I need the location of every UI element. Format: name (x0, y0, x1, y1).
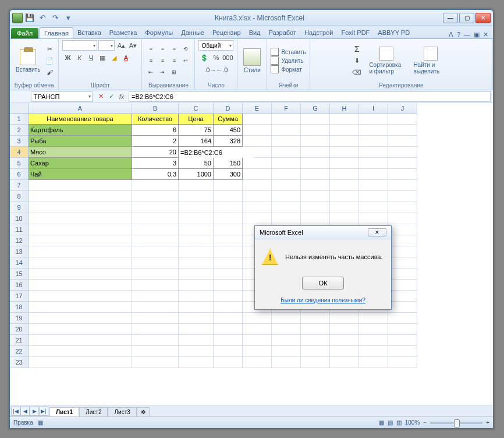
cell-C3[interactable]: 164 (179, 136, 214, 147)
view-pagebreak-icon[interactable]: ▥ (396, 419, 402, 426)
cell-G20[interactable] (301, 324, 330, 335)
cell-J7[interactable] (388, 180, 417, 191)
cell-H22[interactable] (330, 346, 359, 357)
view-layout-icon[interactable]: ▤ (388, 419, 393, 426)
cell-F21[interactable] (272, 335, 301, 346)
cell-H21[interactable] (330, 335, 359, 346)
cell-F2[interactable] (272, 125, 301, 136)
cell-A23[interactable] (29, 357, 132, 368)
cell-C21[interactable] (179, 335, 214, 346)
cell-C16[interactable] (179, 280, 214, 291)
row-header-2[interactable]: 2 (10, 125, 29, 136)
cell-E9[interactable] (243, 202, 272, 213)
zoom-slider[interactable] (430, 422, 482, 424)
autosum-icon[interactable]: Σ (352, 44, 362, 54)
cell-F3[interactable] (272, 136, 301, 147)
table-header-3[interactable]: Сумма (214, 114, 243, 125)
cell-J15[interactable] (388, 269, 417, 280)
cell-I20[interactable] (359, 324, 388, 335)
cell-F20[interactable] (272, 324, 301, 335)
row-header-20[interactable]: 20 (10, 324, 29, 335)
minimize-ribbon-icon[interactable]: ᐱ (449, 31, 453, 38)
cell-C17[interactable] (179, 291, 214, 302)
fill-color-icon[interactable]: ◢ (109, 52, 119, 63)
column-header-C[interactable]: C (179, 103, 214, 114)
cell-D5[interactable]: 150 (214, 158, 243, 169)
increase-font-icon[interactable]: A▴ (116, 40, 126, 51)
column-header-H[interactable]: H (330, 103, 359, 114)
cell-E6[interactable] (243, 169, 272, 180)
cell-C13[interactable] (179, 246, 214, 257)
copy-icon[interactable]: 📄 (44, 55, 55, 66)
column-header-E[interactable]: E (243, 103, 272, 114)
cell-A3[interactable]: Рыба (29, 136, 132, 147)
decrease-indent-icon[interactable]: ⇤ (145, 67, 156, 77)
align-middle-icon[interactable]: ≡ (157, 44, 168, 54)
cell-B23[interactable] (132, 357, 179, 368)
cell-C23[interactable] (179, 357, 214, 368)
cell-B4[interactable]: 20 (132, 147, 179, 158)
row-header-14[interactable]: 14 (10, 257, 29, 269)
dialog-close-button[interactable]: ✕ (368, 228, 386, 236)
italic-icon[interactable]: К (74, 52, 84, 63)
cell-H10[interactable] (330, 213, 359, 224)
align-center-icon[interactable]: ≡ (157, 55, 168, 66)
ribbon-tab-4[interactable]: Данные (177, 27, 208, 38)
cell-C22[interactable] (179, 346, 214, 357)
cell-A6[interactable]: Чай (29, 169, 132, 180)
increase-indent-icon[interactable]: ⇥ (157, 67, 168, 77)
cell-H3[interactable] (330, 136, 359, 147)
redo-icon[interactable]: ↷ (49, 12, 61, 24)
cell-F10[interactable] (272, 213, 301, 224)
column-header-B[interactable]: B (132, 103, 179, 114)
minimize-button[interactable]: — (443, 13, 458, 23)
row-header-1[interactable]: 1 (10, 114, 29, 125)
sheet-tab-0[interactable]: Лист1 (49, 407, 79, 416)
align-bottom-icon[interactable]: ≡ (169, 44, 179, 54)
cell-D14[interactable] (214, 257, 243, 269)
file-tab[interactable]: Файл (11, 28, 38, 38)
orientation-icon[interactable]: ⟲ (180, 44, 191, 54)
ribbon-tab-1[interactable]: Вставка (73, 27, 105, 38)
cell-C5[interactable]: 50 (179, 158, 214, 169)
cell-D7[interactable] (214, 180, 243, 191)
cell-E2[interactable] (243, 125, 272, 136)
dialog-feedback-link[interactable]: Были ли сведения полезными? (281, 297, 365, 303)
ribbon-tab-3[interactable]: Формулы (141, 27, 177, 38)
cell-F6[interactable] (272, 169, 301, 180)
row-header-22[interactable]: 22 (10, 346, 29, 357)
cell-C11[interactable] (179, 224, 214, 235)
cell-B22[interactable] (132, 346, 179, 357)
cell-G1[interactable] (301, 114, 330, 125)
currency-icon[interactable]: 💲 (199, 52, 210, 63)
cell-D10[interactable] (214, 213, 243, 224)
column-header-J[interactable]: J (388, 103, 417, 114)
column-header-G[interactable]: G (301, 103, 330, 114)
cell-J20[interactable] (388, 324, 417, 335)
cell-D19[interactable] (214, 313, 243, 324)
cell-F9[interactable] (272, 202, 301, 213)
cell-J6[interactable] (388, 169, 417, 180)
zoom-level[interactable]: 100% (405, 419, 420, 426)
cell-G4[interactable] (301, 147, 330, 158)
cell-F1[interactable] (272, 114, 301, 125)
row-header-13[interactable]: 13 (10, 246, 29, 257)
cell-G22[interactable] (301, 346, 330, 357)
cell-D9[interactable] (214, 202, 243, 213)
column-header-D[interactable]: D (214, 103, 243, 114)
delete-cells-button[interactable]: Удалить (271, 56, 306, 65)
row-header-9[interactable]: 9 (10, 202, 29, 213)
cell-C2[interactable]: 75 (179, 125, 214, 136)
cell-B2[interactable]: 6 (132, 125, 179, 136)
worksheet[interactable]: ABCDEFGHIJ123456789101112131415161718192… (10, 103, 493, 405)
sheet-nav-first-icon[interactable]: |◀ (11, 407, 20, 416)
cell-A22[interactable] (29, 346, 132, 357)
cell-D15[interactable] (214, 269, 243, 280)
clear-icon[interactable]: ⌫ (352, 67, 362, 77)
cell-B8[interactable] (132, 191, 179, 202)
save-icon[interactable]: 💾 (24, 12, 36, 24)
cell-B9[interactable] (132, 202, 179, 213)
cell-H4[interactable] (330, 147, 359, 158)
decrease-font-icon[interactable]: A▾ (127, 40, 138, 51)
row-header-8[interactable]: 8 (10, 191, 29, 202)
